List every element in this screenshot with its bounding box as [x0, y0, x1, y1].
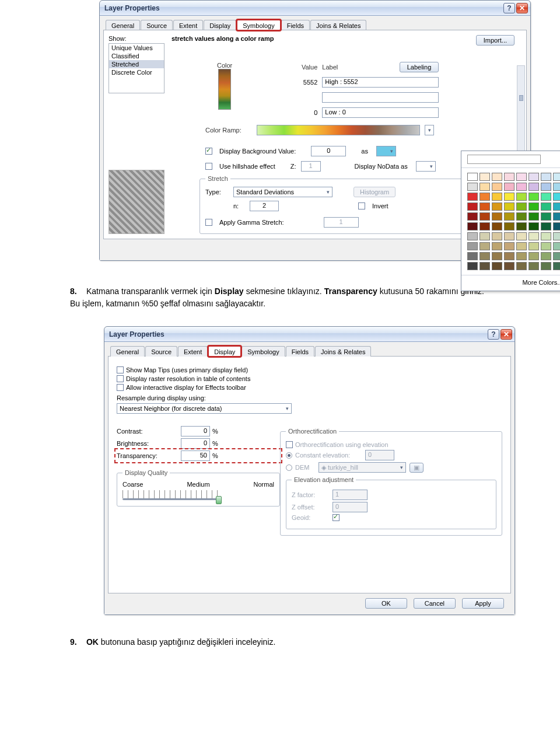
bg-value-checkbox[interactable]: [205, 148, 212, 155]
effects-checkbox[interactable]: [117, 384, 124, 391]
show-listbox[interactable]: Unique Values Classified Stretched Discr…: [108, 43, 164, 93]
ortho-checkbox[interactable]: [286, 441, 293, 448]
mid-label-input[interactable]: [322, 92, 439, 103]
stretch-type-combo[interactable]: Standard Deviations▾: [233, 187, 332, 197]
hillshade-checkbox[interactable]: [205, 163, 212, 170]
tab-general[interactable]: General: [106, 20, 140, 30]
close-button[interactable]: ✕: [501, 329, 512, 340]
color-swatch[interactable]: [480, 262, 490, 270]
color-swatch[interactable]: [553, 242, 560, 250]
color-swatch[interactable]: [516, 193, 527, 201]
color-swatch[interactable]: [504, 202, 514, 211]
color-swatch[interactable]: [480, 193, 490, 201]
show-item-stretched[interactable]: Stretched: [109, 60, 164, 68]
color-swatch[interactable]: [492, 242, 502, 250]
help-button[interactable]: ?: [503, 3, 515, 13]
color-swatch[interactable]: [516, 222, 527, 230]
color-swatch[interactable]: [541, 262, 551, 270]
color-swatch[interactable]: [553, 232, 560, 240]
titlebar[interactable]: Layer Properties ? ✕: [104, 327, 514, 342]
color-swatch[interactable]: [528, 183, 539, 191]
slider-thumb-icon[interactable]: [216, 496, 222, 504]
color-swatch[interactable]: [528, 262, 539, 270]
color-swatch[interactable]: [553, 193, 560, 201]
color-swatch[interactable]: [516, 232, 527, 240]
show-item-discrete[interactable]: Discrete Color: [109, 68, 164, 76]
color-swatch[interactable]: [504, 183, 514, 191]
color-swatch[interactable]: [492, 193, 502, 201]
color-swatch[interactable]: [516, 202, 527, 211]
tab-symbology[interactable]: Symbology: [237, 20, 280, 30]
no-color-row[interactable]: No Color: [461, 151, 560, 168]
color-swatch[interactable]: [553, 173, 560, 181]
color-swatch[interactable]: [516, 242, 527, 250]
color-swatch[interactable]: [504, 232, 514, 240]
color-swatch[interactable]: [541, 183, 551, 191]
color-swatch[interactable]: [467, 173, 478, 181]
dem-radio[interactable]: [286, 464, 292, 471]
color-swatch[interactable]: [467, 232, 478, 240]
color-swatch[interactable]: [516, 262, 527, 270]
color-swatch[interactable]: [541, 173, 551, 181]
import-button[interactable]: Import...: [476, 35, 514, 46]
color-swatch[interactable]: [541, 202, 551, 211]
color-swatch[interactable]: [528, 252, 539, 260]
color-swatch[interactable]: [492, 262, 502, 270]
tab-fields[interactable]: Fields: [281, 20, 310, 30]
transparency-input[interactable]: 50: [181, 450, 210, 461]
bg-color-swatch[interactable]: ▾: [376, 146, 396, 156]
color-swatch[interactable]: [480, 232, 490, 240]
tab-source[interactable]: Source: [141, 20, 173, 30]
close-button[interactable]: ✕: [516, 3, 528, 13]
color-swatch[interactable]: [516, 183, 527, 191]
color-swatch[interactable]: [528, 173, 539, 181]
tab-symbology[interactable]: Symbology: [242, 346, 285, 357]
const-elev-radio[interactable]: [286, 452, 292, 459]
color-swatch[interactable]: [528, 202, 539, 211]
nodata-color-swatch[interactable]: ▾: [416, 161, 436, 172]
gamma-input[interactable]: 1: [324, 217, 359, 228]
color-swatch[interactable]: [553, 262, 560, 270]
color-swatch[interactable]: [492, 183, 502, 191]
const-elev-input[interactable]: 0: [365, 450, 394, 460]
color-swatch[interactable]: [504, 252, 514, 260]
color-swatch[interactable]: [553, 222, 560, 230]
color-swatch[interactable]: [504, 212, 514, 221]
color-swatch[interactable]: [541, 212, 551, 221]
high-label-input[interactable]: High : 5552: [322, 77, 439, 88]
tab-display[interactable]: Display: [204, 20, 236, 30]
color-swatch[interactable]: [541, 242, 551, 250]
color-swatch[interactable]: [480, 222, 490, 230]
invert-checkbox[interactable]: [358, 202, 365, 209]
color-swatch[interactable]: [528, 222, 539, 230]
quality-slider[interactable]: [123, 490, 222, 500]
n-input[interactable]: 2: [250, 201, 279, 211]
gamma-checkbox[interactable]: [205, 219, 212, 226]
color-swatch[interactable]: [467, 262, 478, 270]
color-swatch[interactable]: [480, 173, 490, 181]
color-swatch[interactable]: [541, 222, 551, 230]
color-ramp-arrow[interactable]: ▾: [425, 125, 434, 135]
color-swatch[interactable]: [553, 183, 560, 191]
color-swatch[interactable]: [541, 193, 551, 201]
tab-extent[interactable]: Extent: [173, 20, 203, 30]
color-swatch[interactable]: [492, 173, 502, 181]
color-swatch[interactable]: [480, 183, 490, 191]
tab-display[interactable]: Display: [208, 346, 241, 357]
resolution-checkbox[interactable]: [117, 375, 124, 382]
help-button[interactable]: ?: [488, 329, 499, 340]
color-swatch[interactable]: [541, 252, 551, 260]
dem-combo[interactable]: ◈ turkiye_hill▾: [318, 462, 406, 473]
color-swatch[interactable]: [528, 242, 539, 250]
color-swatch[interactable]: [480, 202, 490, 211]
color-swatch[interactable]: [492, 232, 502, 240]
more-colors-button[interactable]: More Colors...: [461, 275, 560, 291]
color-swatch[interactable]: [492, 212, 502, 221]
tab-joins-relates[interactable]: Joins & Relates: [315, 346, 371, 357]
cancel-button[interactable]: Cancel: [414, 598, 456, 609]
brightness-input[interactable]: 0: [181, 438, 210, 449]
titlebar[interactable]: Layer Properties ? ✕: [100, 1, 530, 16]
color-swatch[interactable]: [528, 212, 539, 221]
color-swatch[interactable]: [480, 242, 490, 250]
low-label-input[interactable]: Low : 0: [322, 107, 439, 118]
